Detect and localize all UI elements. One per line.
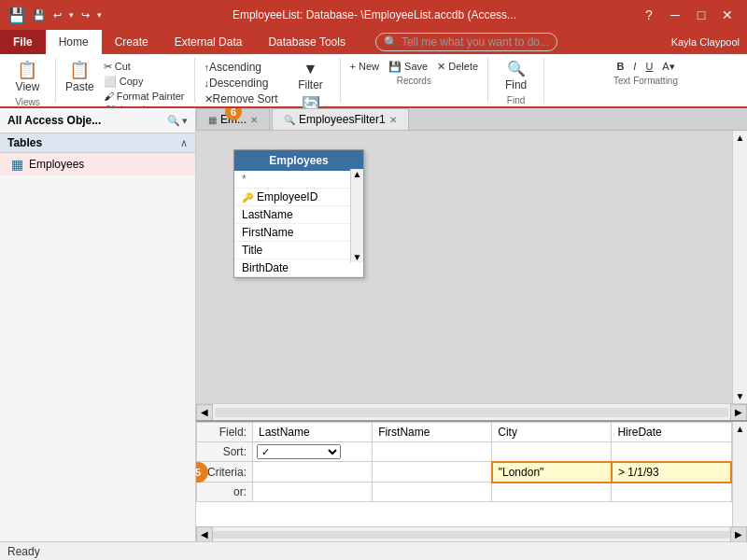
ribbon-group-views: 📋 View Views <box>0 58 56 103</box>
sort-city[interactable] <box>492 442 612 462</box>
tab-create[interactable]: Create <box>102 30 162 54</box>
or-lastname[interactable] <box>253 483 373 502</box>
field-city[interactable]: City <box>492 423 612 442</box>
query-grid-table: Field: LastName FirstName City HireDate … <box>196 422 732 502</box>
criteria-hiredate[interactable]: > 1/1/93 <box>612 462 731 483</box>
filter-btn[interactable]: ▼ Filter <box>294 60 327 93</box>
criteria-firstname[interactable] <box>373 462 492 483</box>
filter-icon: ▼ <box>303 62 318 77</box>
window-controls: ? ─ □ ✕ <box>637 5 740 25</box>
criteria-city[interactable]: "London" <box>492 462 612 483</box>
ribbon-body: 📋 View Views 📋 Paste ✂ Cut ⬜ Copy 🖌 Form… <box>0 54 747 108</box>
field-hiredate[interactable]: HireDate <box>612 423 731 442</box>
query-design-area: Employees * 🔑 EmployeeID LastName FirstN… <box>196 131 747 403</box>
format-painter-btn[interactable]: 🖌 Format Painter <box>100 90 189 103</box>
sidebar-options-btn[interactable]: ▾ <box>182 115 188 127</box>
tab-external-data[interactable]: External Data <box>162 30 256 54</box>
quick-save-btn[interactable]: 💾 <box>30 8 49 22</box>
tab-employees-filter1[interactable]: 🔍 EmployeesFilter1 ✕ <box>272 108 409 130</box>
grid-scroll-up[interactable]: ▲ <box>734 422 747 436</box>
tab-close-employees[interactable]: ✕ <box>250 115 258 125</box>
field-firstname[interactable]: FirstName <box>373 423 492 442</box>
minimize-btn[interactable]: ─ <box>663 5 687 25</box>
quick-more-btn[interactable]: ▾ <box>94 9 105 21</box>
sidebar: All Access Obje... 🔍 ▾ Tables ∧ ▦ Employ… <box>0 108 196 541</box>
sort-lastname-select[interactable]: ✓ <box>257 444 341 459</box>
or-firstname[interactable] <box>373 483 492 502</box>
tab-home[interactable]: Home <box>46 30 102 54</box>
query-row-sort: Sort: ✓ <box>197 442 732 462</box>
scroll-down-arrow[interactable]: ▼ <box>734 389 747 403</box>
table-widget-body: * 🔑 EmployeeID LastName FirstName Title … <box>234 171 363 277</box>
table-widget-header: Employees <box>234 150 363 171</box>
scroll-up-arrow[interactable]: ▲ <box>734 131 747 145</box>
criteria-lastname[interactable] <box>253 462 373 483</box>
tell-me-input[interactable]: 🔍 Tell me what you want to do... <box>375 33 557 51</box>
status-text: Ready <box>7 545 40 558</box>
quick-undo-btn[interactable]: ↩ <box>50 8 64 22</box>
grid-hscroll-track[interactable] <box>213 531 730 539</box>
ribbon-tab-bar: File Home Create External Data Database … <box>0 30 747 54</box>
tab-filter-label: EmployeesFilter1 <box>299 113 386 126</box>
italic-btn[interactable]: I <box>629 60 640 73</box>
table-row-title: Title <box>234 242 363 259</box>
table-row-star: * <box>234 171 363 189</box>
query-row-or: or: <box>197 483 732 502</box>
find-icon: 🔍 <box>507 62 526 77</box>
maximize-btn[interactable]: □ <box>689 5 713 25</box>
grid-hscroll-left[interactable]: ◀ <box>196 526 213 542</box>
tab-file[interactable]: File <box>0 30 46 54</box>
sidebar-item-employees[interactable]: ▦ Employees <box>0 153 195 175</box>
help-btn[interactable]: ? <box>637 5 661 25</box>
paste-btn[interactable]: 📋 Paste <box>62 60 98 95</box>
ribbon-group-records: + New 💾 Save ✕ Delete Records <box>341 58 489 103</box>
quick-redo-btn[interactable]: ↪ <box>78 8 92 22</box>
cut-btn[interactable]: ✂ Cut <box>100 60 189 74</box>
view-icon: 📋 <box>17 62 37 78</box>
ribbon-group-sort-filter: ↑ Ascending ↓ Descending ✕ Remove Sort ▼… <box>195 58 341 103</box>
h-scroll-left-btn[interactable]: ◀ <box>196 404 213 421</box>
sort-hiredate[interactable] <box>612 442 731 462</box>
find-btn[interactable]: 🔍 Find <box>501 60 530 93</box>
query-grid: Field: LastName FirstName City HireDate … <box>196 420 747 541</box>
field-lastname[interactable]: LastName <box>253 423 373 442</box>
font-color-btn[interactable]: A▾ <box>658 60 678 74</box>
quick-undo-arrow[interactable]: ▾ <box>66 9 77 21</box>
grid-vscroll[interactable]: ▲ ▼ <box>732 422 747 541</box>
view-btn[interactable]: 📋 View <box>12 60 44 95</box>
app-icon: 💾 <box>7 7 26 24</box>
close-btn[interactable]: ✕ <box>715 5 740 25</box>
table-widget-employees: Employees * 🔑 EmployeeID LastName FirstN… <box>233 149 364 278</box>
or-city[interactable] <box>492 483 612 502</box>
sort-firstname[interactable] <box>373 442 492 462</box>
bold-btn[interactable]: B <box>613 60 627 73</box>
sort-lastname[interactable]: ✓ <box>253 442 373 462</box>
tables-collapse-btn[interactable]: ∧ <box>180 137 188 149</box>
design-vscroll[interactable]: ▲ ▼ <box>732 131 747 403</box>
sidebar-title: All Access Obje... <box>7 114 101 127</box>
h-scroll-bar: ◀ ▶ <box>196 403 747 420</box>
remove-sort-btn[interactable]: ✕ Remove Sort <box>201 91 282 106</box>
tab-database-tools[interactable]: Database Tools <box>255 30 359 54</box>
ascending-btn[interactable]: ↑ Ascending <box>201 60 282 75</box>
table-row-birthdate: BirthDate <box>234 259 363 277</box>
field-label: Field: <box>197 423 253 442</box>
h-scroll-track[interactable] <box>215 408 728 417</box>
sidebar-search-btn[interactable]: 🔍 <box>167 115 180 127</box>
table-row-firstname: FirstName <box>234 224 363 242</box>
h-scroll-right-btn[interactable]: ▶ <box>730 404 747 421</box>
copy-btn[interactable]: ⬜ Copy <box>100 75 189 89</box>
grid-hscroll-right[interactable]: ▶ <box>730 526 747 542</box>
underline-btn[interactable]: U <box>641 60 656 73</box>
save-record-btn[interactable]: 💾 Save <box>385 60 431 74</box>
content-area: ▦ Em... 6 ✕ 🔍 EmployeesFilter1 ✕ Employe… <box>196 108 747 541</box>
delete-btn[interactable]: ✕ Delete <box>433 60 482 74</box>
tab-close-filter[interactable]: ✕ <box>389 115 397 125</box>
sidebar-section-tables: Tables ∧ <box>0 133 195 153</box>
tab-employees[interactable]: ▦ Em... 6 ✕ <box>196 108 270 130</box>
descending-btn[interactable]: ↓ Descending <box>201 76 282 91</box>
table-row-lastname: LastName <box>234 206 363 224</box>
table-widget-scrollbar[interactable]: ▲ ▼ <box>350 169 363 262</box>
or-hiredate[interactable] <box>612 483 731 502</box>
new-record-btn[interactable]: + New <box>346 60 384 73</box>
